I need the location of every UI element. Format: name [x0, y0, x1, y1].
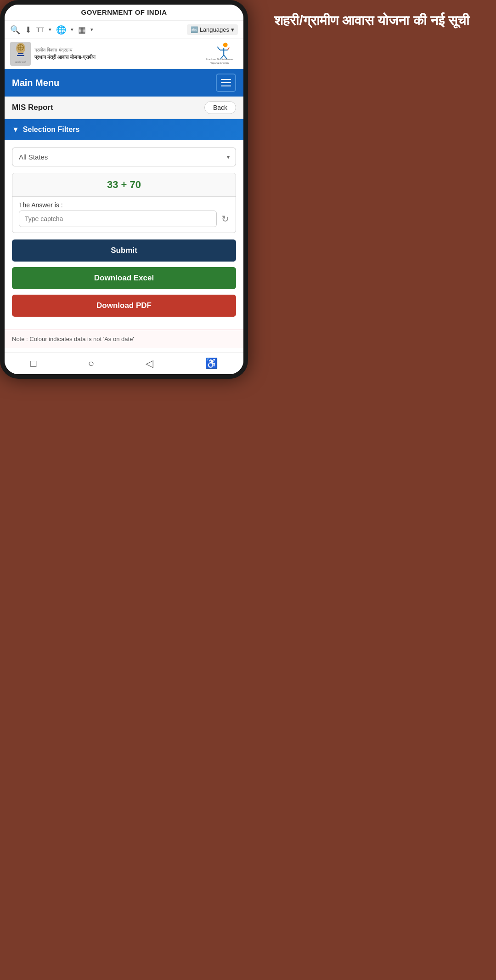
states-dropdown[interactable]: All States Andhra Pradesh Bihar Gujarat …: [12, 148, 236, 166]
captcha-input[interactable]: [19, 211, 217, 227]
site-header-left: सत्यमेव जयते ग्रामीण विकास मंत्रालय प्रध…: [10, 42, 96, 66]
svg-line-12: [217, 47, 220, 50]
browser-toolbar: 🔍 ⬇ TT ▾ 🌐 ▾ ▦ ▾ 🔤 Languages ▾: [5, 21, 243, 39]
languages-label: Languages: [200, 26, 229, 33]
translate-icon: 🔤: [191, 26, 198, 33]
gov-title-bar: GOVERNMENT OF INDIA: [5, 5, 243, 21]
selection-filters-header: ▼ Selection Filters: [5, 119, 243, 140]
pmay-logo: Pradhan Mantri Awaas Yojana-Gramin: [201, 42, 238, 65]
main-nav: Main Menu: [5, 69, 243, 97]
svg-rect-5: [17, 55, 24, 56]
globe-icon[interactable]: 🌐: [56, 25, 66, 35]
grid-icon[interactable]: ▦: [78, 25, 86, 35]
search-icon[interactable]: 🔍: [10, 25, 20, 35]
page-title: MIS Report: [12, 103, 53, 112]
captcha-answer-label: The Answer is :: [12, 197, 236, 211]
accessibility-icon[interactable]: ♿: [205, 358, 218, 370]
gov-title-text: GOVERNMENT OF INDIA: [81, 8, 167, 16]
back-button[interactable]: Back: [204, 101, 236, 114]
emblem-icon: सत्यमेव जयते: [10, 42, 31, 66]
form-area: All States Andhra Pradesh Bihar Gujarat …: [5, 140, 243, 330]
globe-dropdown-icon[interactable]: ▾: [71, 27, 73, 33]
note-box: Note : Colour indicates data is not 'As …: [5, 330, 243, 348]
bottom-nav: □ ○ ◁ ♿: [5, 353, 243, 374]
main-content: ▼ Selection Filters All States Andhra Pr…: [5, 119, 243, 353]
font-size-icon[interactable]: TT: [36, 26, 44, 34]
site-header: सत्यमेव जयते ग्रामीण विकास मंत्रालय प्रध…: [5, 39, 243, 69]
captcha-equation: 33 + 70: [12, 173, 236, 197]
languages-chevron: ▾: [231, 26, 234, 33]
refresh-captcha-icon[interactable]: ↻: [221, 213, 229, 224]
languages-button[interactable]: 🔤 Languages ▾: [187, 24, 238, 35]
hamburger-button[interactable]: [216, 74, 236, 92]
site-title: ग्रामीण विकास मंत्रालय प्रधान मंत्री आवा…: [34, 46, 96, 61]
svg-line-13: [227, 47, 229, 50]
main-menu-title: Main Menu: [12, 78, 59, 88]
download-icon[interactable]: ⬇: [25, 25, 32, 35]
states-dropdown-wrapper: All States Andhra Pradesh Bihar Gujarat …: [12, 148, 236, 166]
font-size-dropdown-icon[interactable]: ▾: [49, 27, 51, 33]
scheme-hindi: प्रधान मंत्री आवास योजना-ग्रामीण: [34, 53, 96, 61]
svg-text:सत्यमेव जयते: सत्यमेव जयते: [14, 61, 26, 63]
filter-icon: ▼: [12, 125, 19, 134]
bottom-caption-text: शहरी/ग्रामीण आवास योजना की नई सूची: [262, 11, 482, 30]
svg-rect-4: [18, 53, 23, 54]
grid-dropdown-icon[interactable]: ▾: [90, 27, 93, 33]
bottom-caption: शहरी/ग्रामीण आवास योजना की नई सूची: [248, 0, 496, 43]
page-header: MIS Report Back: [5, 97, 243, 119]
hamburger-line-1: [221, 79, 231, 80]
captcha-box: 33 + 70 The Answer is : ↻: [12, 173, 236, 233]
download-pdf-button[interactable]: Download PDF: [12, 295, 236, 317]
circle-icon[interactable]: ○: [88, 358, 94, 370]
ministry-hindi: ग्रामीण विकास मंत्रालय: [34, 46, 96, 53]
submit-button[interactable]: Submit: [12, 239, 236, 262]
back-nav-icon[interactable]: ◁: [146, 358, 153, 370]
note-text: Note : Colour indicates data is not 'As …: [12, 336, 134, 342]
square-icon[interactable]: □: [30, 358, 36, 370]
selection-filters-title: Selection Filters: [23, 125, 80, 134]
hamburger-line-2: [221, 82, 231, 83]
hamburger-line-3: [221, 85, 231, 86]
pmay-logo-text: Pradhan Mantri Awaas Yojana-Gramin: [201, 58, 238, 65]
captcha-input-row: ↻: [12, 211, 236, 233]
svg-point-7: [223, 43, 227, 47]
download-excel-button[interactable]: Download Excel: [12, 267, 236, 289]
